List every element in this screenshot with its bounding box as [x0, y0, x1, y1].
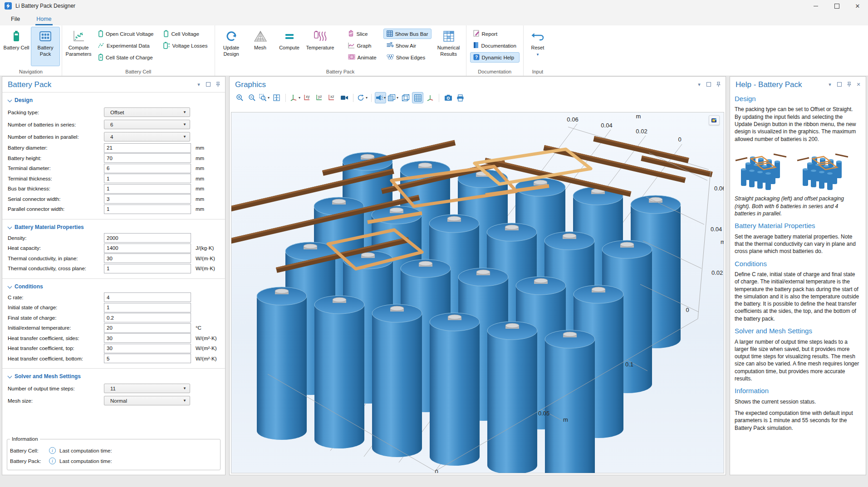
show-air-button[interactable]: Show Air — [383, 40, 432, 51]
section-battery-material-properties[interactable]: Battery Material Properties — [8, 224, 221, 230]
axis-unit: m — [563, 416, 568, 423]
maximize-button[interactable] — [826, 0, 847, 12]
report-button[interactable]: Report — [470, 29, 520, 39]
heat-capacity-input[interactable] — [104, 244, 191, 253]
zoom-box-icon[interactable]: ▾ — [259, 92, 270, 103]
show-edges-button[interactable]: Show Edges — [383, 52, 432, 63]
cell-state-of-charge-button[interactable]: Cell State of Charge — [95, 52, 157, 63]
view-xy-icon[interactable]: xy — [302, 92, 313, 103]
panel-float-icon[interactable] — [837, 82, 842, 87]
density-input[interactable] — [104, 233, 191, 243]
battery-pack-button[interactable]: Battery Pack — [31, 27, 60, 66]
panel-menu-chevron-icon[interactable]: ▾ — [696, 82, 702, 87]
axis-tick: 0.1 — [625, 361, 633, 368]
show-bus-bar-button[interactable]: Show Bus Bar — [383, 29, 432, 39]
ribbon-group-label: Input — [525, 68, 550, 76]
htc-sides-input[interactable] — [104, 333, 191, 343]
wireframe-icon[interactable] — [400, 92, 411, 103]
panel-pin-icon[interactable] — [716, 82, 721, 87]
tab-file[interactable]: File — [5, 13, 25, 25]
experimental-data-button[interactable]: Experimental Data — [95, 40, 157, 51]
panel-float-icon[interactable] — [206, 82, 211, 87]
section-solver-mesh-settings[interactable]: Solver and Mesh Settings — [8, 373, 221, 380]
panel-menu-chevron-icon[interactable]: ▾ — [827, 82, 833, 87]
view-orientation-icon[interactable]: ▾ — [289, 92, 301, 103]
scene-light-icon[interactable]: ▾ — [375, 92, 386, 103]
transparency-icon[interactable]: ▾ — [387, 92, 399, 103]
help-paragraph: Shows the current session status. — [735, 398, 860, 405]
numerical-results-button[interactable]: Numerical Results — [433, 27, 464, 66]
slice-button[interactable]: Slice — [345, 29, 380, 39]
documentation-button[interactable]: Documentation — [470, 40, 520, 51]
terminal-thickness-input[interactable] — [104, 174, 191, 183]
view-yz-icon[interactable]: yz — [314, 92, 325, 103]
collapse-chevron-icon — [8, 375, 11, 378]
reset-button[interactable]: Reset ▾ — [525, 27, 550, 66]
help-panel-title: Help - Battery Pack — [736, 80, 802, 89]
final-soc-input[interactable] — [104, 313, 191, 322]
camera-view-icon[interactable] — [338, 92, 350, 103]
panel-close-icon[interactable]: ✕ — [856, 82, 861, 87]
print-icon[interactable] — [455, 92, 466, 103]
temperature-button[interactable]: Temperature — [304, 27, 337, 66]
initial-external-temperature-input[interactable] — [104, 323, 191, 333]
tab-home[interactable]: Home — [31, 13, 57, 25]
minimize-button[interactable] — [805, 0, 826, 12]
cell-voltage-button[interactable]: Cell Voltage — [160, 29, 211, 39]
section-conditions[interactable]: Conditions — [8, 283, 221, 290]
panel-pin-icon[interactable] — [846, 82, 852, 87]
zoom-extents-icon[interactable] — [271, 92, 282, 103]
graph-button[interactable]: Graph — [345, 40, 380, 51]
zoom-out-icon[interactable] — [246, 92, 258, 103]
show-axis-icon[interactable] — [424, 92, 436, 103]
field-row: Thermal conductivity, cross plane:W/(m·K… — [2, 263, 225, 274]
graphics-canvas[interactable]: 0.06 0.04 0.02 0 m 0.06 0.04 m 0.02 0 0.… — [231, 112, 724, 473]
parallel-connector-width-input[interactable] — [104, 205, 191, 214]
terminal-diameter-input[interactable] — [104, 164, 191, 173]
reset-dropdown-chevron[interactable]: ▾ — [537, 52, 539, 57]
canvas-context-button[interactable] — [709, 115, 720, 125]
show-grid-icon[interactable] — [412, 92, 423, 103]
close-button[interactable]: ✕ — [847, 0, 868, 12]
thermal-conductivity-cross-plane-input[interactable] — [104, 264, 191, 273]
output-time-steps-dropdown[interactable]: 11▼ — [104, 384, 190, 393]
update-design-button[interactable]: Update Design — [217, 27, 246, 66]
animate-button[interactable]: Animate — [345, 52, 380, 63]
voltage-losses-button[interactable]: Voltage Losses — [160, 40, 211, 51]
panel-menu-chevron-icon[interactable]: ▾ — [196, 82, 201, 87]
axis-tick: 0.05 — [538, 410, 549, 417]
thermal-conductivity-in-plane-input[interactable] — [104, 253, 191, 263]
rotate-icon[interactable]: ▾ — [357, 92, 368, 103]
battery-height-input[interactable] — [104, 153, 191, 163]
battery-cell-button[interactable]: Battery Cell — [2, 27, 31, 66]
dynamic-help-button[interactable]: ? Dynamic Help — [470, 52, 520, 63]
bus-bar-thickness-input[interactable] — [104, 184, 191, 194]
help-paragraph: The expected computation time with defau… — [735, 409, 860, 432]
panel-float-icon[interactable] — [706, 82, 711, 87]
compute-parameters-button[interactable]: Compute Parameters — [64, 27, 93, 66]
batteries-series-dropdown[interactable]: 6▼ — [104, 120, 190, 129]
serial-connector-width-input[interactable] — [104, 194, 191, 204]
mesh-button[interactable]: Mesh — [246, 27, 275, 66]
mesh-icon — [254, 29, 267, 43]
view-xz-icon[interactable]: xz — [326, 92, 338, 103]
initial-soc-input[interactable] — [104, 303, 191, 312]
battery-cells — [257, 152, 681, 473]
batteries-parallel-dropdown[interactable]: 4▼ — [104, 132, 190, 141]
mesh-size-dropdown[interactable]: Normal▼ — [104, 396, 190, 405]
battery-diameter-input[interactable] — [104, 143, 191, 153]
info-icon[interactable]: i — [49, 458, 56, 464]
collapse-chevron-icon — [8, 285, 11, 288]
packing-type-dropdown[interactable]: Offset▼ — [104, 107, 190, 117]
field-row: Heat transfer coefficient, bottom:W/(m²·… — [2, 354, 225, 364]
section-design[interactable]: Design — [8, 97, 221, 103]
info-icon[interactable]: i — [49, 447, 56, 454]
compute-button[interactable]: Compute — [275, 27, 304, 66]
c-rate-input[interactable] — [104, 292, 191, 302]
htc-top-input[interactable] — [104, 344, 191, 353]
zoom-in-icon[interactable] — [234, 92, 245, 103]
open-circuit-voltage-button[interactable]: Open Circuit Voltage — [95, 29, 157, 39]
image-snapshot-icon[interactable] — [442, 92, 454, 103]
panel-pin-icon[interactable] — [215, 82, 221, 87]
htc-bottom-input[interactable] — [104, 354, 191, 363]
